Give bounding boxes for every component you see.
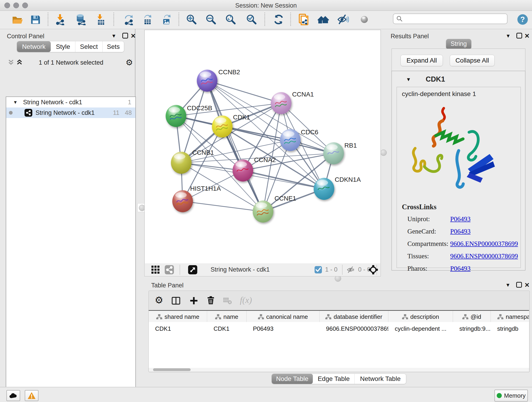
graph-node-CDC25B[interactable]: CDC25B <box>166 104 212 127</box>
crosslink-uniprot[interactable]: P06493 <box>450 213 518 225</box>
table-cell[interactable]: cyclin-dependent ... <box>388 323 453 334</box>
graph-node-CDC6[interactable]: CDC6 <box>280 128 318 151</box>
zoom-out-icon <box>205 14 217 25</box>
tab-style[interactable]: Style <box>51 41 75 52</box>
export-table-button[interactable] <box>141 12 154 27</box>
current-network-name: String Network - cdk1 <box>210 266 270 273</box>
selected-checkbox-icon[interactable] <box>315 266 322 274</box>
sphere-icon <box>359 14 370 25</box>
birds-eye-view-button[interactable] <box>317 12 330 27</box>
control-panel-float-icon[interactable] <box>122 33 128 38</box>
control-panel-title: Control Panel <box>7 33 44 40</box>
results-panel-float-icon[interactable] <box>516 33 522 38</box>
graph-node-CCNA1[interactable]: CCNA1 <box>271 91 314 114</box>
network-row-selected[interactable]: String Network - cdk1 11 48 <box>6 108 135 118</box>
help-icon: ? <box>517 13 529 26</box>
zoom-fit-button[interactable] <box>224 12 237 27</box>
import-table-file-button[interactable] <box>94 12 107 27</box>
collapse-all-networks-icon[interactable] <box>16 59 23 66</box>
crosslinks-labels: Uniprot: GeneCard: Compartments: Tissues… <box>407 213 448 274</box>
open-in-window-icon[interactable] <box>188 265 197 274</box>
expand-all-button[interactable]: Expand All <box>400 55 443 66</box>
cloud-status-button[interactable] <box>6 390 20 401</box>
network-share-icon[interactable] <box>165 265 174 274</box>
crosslink-tissues[interactable]: 9606.ENSP00000378699 <box>450 250 518 262</box>
show-columns-icon[interactable] <box>171 296 181 306</box>
table-gear-icon[interactable]: ⚙ <box>155 294 163 306</box>
column-header-shared-name[interactable]: shared name <box>149 311 207 323</box>
expand-all-networks-icon[interactable] <box>7 59 14 66</box>
warnings-button[interactable] <box>25 390 38 401</box>
import-network-database-button[interactable] <box>74 12 87 27</box>
tab-edge-table[interactable]: Edge Table <box>313 374 355 384</box>
grid-view-icon[interactable] <box>151 265 160 274</box>
help-button[interactable]: ? <box>516 12 529 27</box>
tab-network-table[interactable]: Network Table <box>355 374 406 384</box>
column-header-database-identifier[interactable]: database identifier <box>320 311 388 323</box>
graph-node-RB1[interactable]: RB1 <box>323 142 357 164</box>
table-cell[interactable]: 9606.ENSP00000378699 <box>320 323 388 334</box>
tab-select[interactable]: Select <box>75 41 103 52</box>
table-cell[interactable]: CDK1 <box>207 323 247 334</box>
table-cell[interactable]: stringdb <box>491 323 529 334</box>
zoom-in-button[interactable] <box>185 12 198 27</box>
open-session-button[interactable] <box>11 12 24 27</box>
table-cell[interactable]: stringdb:9... <box>453 323 491 334</box>
table-hscrollbar[interactable] <box>149 368 529 371</box>
zoom-out-button[interactable] <box>204 12 218 27</box>
zoom-selected-button[interactable] <box>245 12 258 27</box>
column-header-description[interactable]: description <box>388 311 453 323</box>
fit-selected-crosshair-icon[interactable] <box>368 265 378 275</box>
table-cell[interactable]: CDK1 <box>149 323 207 334</box>
column-header--id[interactable]: @id <box>453 311 491 323</box>
export-network-button[interactable] <box>122 12 135 27</box>
crosslink-compartments[interactable]: 9606.ENSP00000378699 <box>450 237 518 250</box>
column-header-name[interactable]: name <box>207 311 247 323</box>
tab-string[interactable]: String <box>446 39 471 49</box>
crosslink-genecard[interactable]: P06493 <box>450 225 518 237</box>
collapse-all-button[interactable]: Collapse All <box>450 55 495 66</box>
graph-node-CDKN1A[interactable]: CDKN1A <box>314 176 361 200</box>
graph-node-CDK1[interactable]: CDK1 <box>212 114 250 138</box>
graph-node-CCNE1[interactable]: CCNE1 <box>253 195 296 223</box>
network-options-gear-icon[interactable]: ⚙ <box>126 58 133 67</box>
network-graph[interactable]: CCNB2CCNA1CDC25BCDK1CDC6RB1CCNB1CCNA2CDK… <box>145 30 380 263</box>
refresh-view-button[interactable] <box>272 12 285 27</box>
crosslink-pharos[interactable]: P06493 <box>450 262 518 274</box>
control-panel-menu-icon[interactable]: ▼ <box>111 33 116 39</box>
graph-node-CCNB2[interactable]: CCNB2 <box>197 69 240 92</box>
table-hscrollbar-thumb[interactable] <box>153 368 191 371</box>
network-canvas[interactable]: CCNB2CCNA1CDC25BCDK1CDC6RB1CCNB1CCNA2CDK… <box>144 30 381 264</box>
tab-sets[interactable]: Sets <box>103 41 124 52</box>
graph-node-HIST1H1A[interactable]: HIST1H1A <box>172 185 221 212</box>
control-panel-close-icon[interactable]: ✕ <box>131 33 136 39</box>
graph-node-label: CDK1 <box>233 114 250 121</box>
add-column-icon[interactable] <box>189 296 199 306</box>
annotation-mode-button[interactable] <box>297 12 310 27</box>
protein-expander-icon[interactable]: ▼ <box>406 77 411 83</box>
save-session-button[interactable] <box>29 12 42 27</box>
network-collection-row[interactable]: ▼ String Network - cdk1 1 <box>6 97 135 108</box>
column-type-icon <box>497 314 503 319</box>
export-image-button[interactable] <box>160 12 173 27</box>
table-cell[interactable]: P06493 <box>247 323 320 334</box>
delete-column-icon[interactable] <box>206 295 215 305</box>
column-header-namespace[interactable]: namespace <box>491 311 529 323</box>
results-panel-close-icon[interactable]: ✕ <box>525 33 530 39</box>
table-panel-close-icon[interactable]: ✕ <box>525 282 530 288</box>
hidden-eye-icon <box>346 266 355 274</box>
column-header-canonical-name[interactable]: canonical name <box>247 311 320 323</box>
memory-button[interactable]: Memory <box>494 390 528 402</box>
level-of-detail-button[interactable] <box>358 12 371 27</box>
results-panel-menu-icon[interactable]: ▼ <box>506 33 511 39</box>
table-panel-menu-icon[interactable]: ▼ <box>505 282 510 288</box>
table-panel-float-icon[interactable] <box>516 282 522 288</box>
table-row[interactable]: CDK1CDK1P064939606.ENSP00000378699cyclin… <box>149 323 529 334</box>
tab-network[interactable]: Network <box>17 41 51 52</box>
export-table-icon <box>142 14 153 25</box>
import-network-file-button[interactable] <box>53 12 67 27</box>
search-input[interactable] <box>403 15 500 23</box>
tree-expander-icon[interactable]: ▼ <box>13 100 18 105</box>
tab-node-table[interactable]: Node Table <box>272 374 313 384</box>
hide-graphics-details-button[interactable] <box>336 12 350 27</box>
